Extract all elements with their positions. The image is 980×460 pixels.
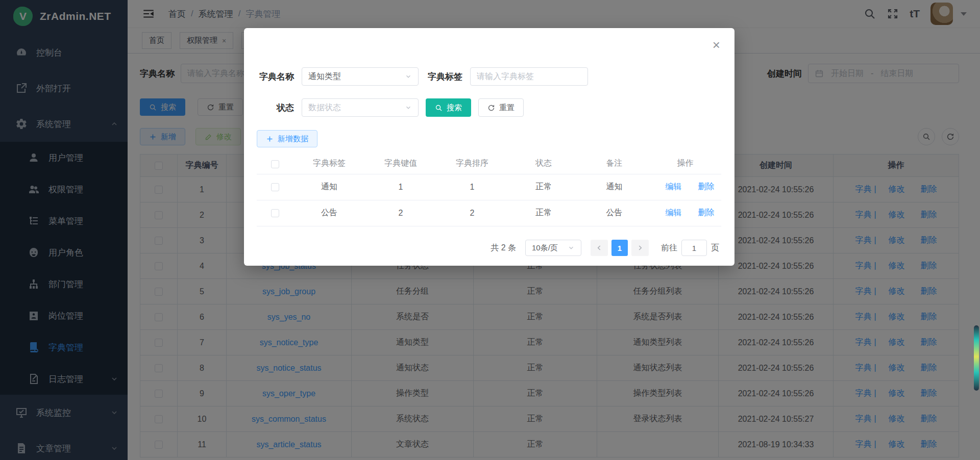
dialog-table-row: 通知 1 1 正常 通知 编辑删除 [257,174,721,200]
dialog-status-item: 状态 数据状态 [257,98,419,117]
dict-data-table-body: 通知 1 1 正常 通知 编辑删除 公告 2 2 正常 公告 编辑删除 [257,174,721,226]
column-header: 字典标签 [293,154,365,174]
column-header: 字典键值 [365,154,436,174]
row-checkbox[interactable] [271,183,279,191]
pencil-icon [656,183,664,190]
row-checkbox[interactable] [271,209,279,217]
dialog-search-actions: 搜索 重置 [426,98,524,117]
search-icon [435,104,443,112]
chevron-down-icon [568,244,575,251]
pagination: 共 2 条 10条/页 1 前往 页 [491,240,719,256]
column-header: 备注 [579,154,649,174]
next-page-button[interactable] [631,240,649,256]
dialog-add-data-button[interactable]: 新增数据 [257,130,317,147]
dialog-dict-name-label: 字典名称 [257,71,294,83]
page-number-button[interactable]: 1 [611,240,628,256]
edit-action-link[interactable]: 编辑 [656,182,682,191]
chevron-down-icon [405,104,412,111]
dialog-reset-button[interactable]: 重置 [478,98,524,117]
chevron-left-icon [596,244,603,251]
dialog-status-select[interactable]: 数据状态 [302,98,419,117]
goto-page-input[interactable] [681,240,707,256]
dialog-status-label: 状态 [257,102,294,114]
trash-icon [689,209,696,216]
dialog-dict-label-input[interactable] [477,72,581,81]
plus-icon [266,135,274,143]
dialog-dict-name-select[interactable]: 通知类型 [302,67,419,86]
delete-action-link[interactable]: 删除 [689,182,715,191]
column-header: 操作 [649,154,721,174]
pencil-icon [656,209,664,216]
dialog-search-button[interactable]: 搜索 [426,98,471,117]
chevron-right-icon [636,244,644,251]
dialog-dict-label-item: 字典标签 [424,67,588,86]
select-all-checkbox[interactable] [271,160,279,168]
dict-data-table: 字典标签字典键值字典排序状态备注操作 通知 1 1 正常 通知 编辑删除 公告 … [257,154,721,226]
page-suffix-label: 页 [711,243,719,253]
pagination-total: 共 2 条 [491,243,516,253]
column-header: 状态 [508,154,579,174]
dialog-dict-label-input-wrap [470,67,588,86]
dialog-close-icon[interactable]: × [713,38,720,52]
dialog-dict-label-label: 字典标签 [424,71,462,83]
trash-icon [689,183,696,190]
status-text: 正常 [508,200,579,226]
dict-data-table-head: 字典标签字典键值字典排序状态备注操作 [257,154,721,174]
refresh-icon [487,104,495,112]
page-size-select[interactable]: 10条/页 [525,240,581,256]
dialog-table-row: 公告 2 2 正常 公告 编辑删除 [257,200,721,226]
edit-action-link[interactable]: 编辑 [656,208,682,217]
chevron-down-icon [405,73,412,80]
delete-action-link[interactable]: 删除 [689,208,715,217]
goto-label: 前往 [661,243,677,253]
column-header: 字典排序 [436,154,508,174]
dict-data-dialog: × 字典名称 通知类型 字典标签 状态 数据状态 搜索 重置 新增数据 [244,28,734,266]
status-text: 正常 [508,174,579,200]
prev-page-button[interactable] [591,240,608,256]
dialog-dict-name-item: 字典名称 通知类型 [257,67,419,86]
browser-scrollbar-thumb[interactable] [974,325,979,391]
